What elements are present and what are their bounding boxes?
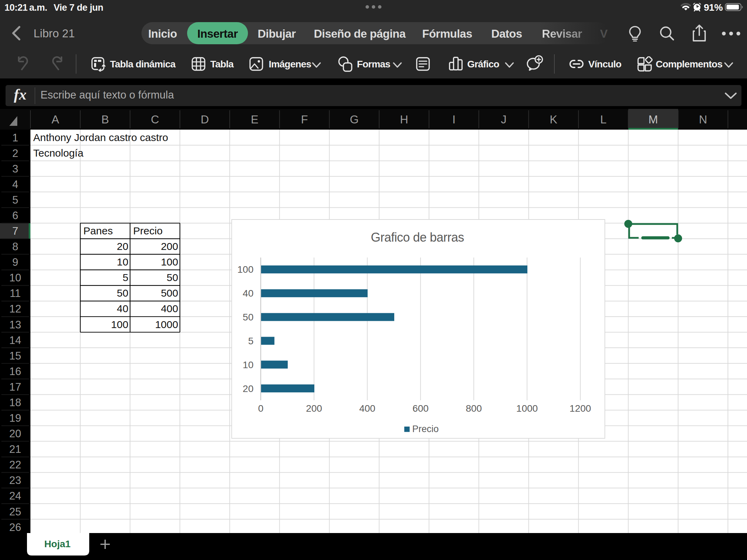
svg-text:20: 20 — [117, 241, 128, 252]
svg-text:1200: 1200 — [570, 403, 591, 414]
svg-text:C: C — [151, 113, 159, 126]
svg-text:26: 26 — [9, 521, 21, 533]
svg-text:25: 25 — [9, 506, 21, 518]
svg-text:200: 200 — [306, 403, 322, 414]
svg-text:4: 4 — [12, 178, 18, 190]
svg-text:50: 50 — [117, 287, 128, 299]
svg-text:I: I — [452, 113, 455, 126]
svg-text:200: 200 — [161, 241, 178, 252]
svg-text:40: 40 — [243, 288, 253, 299]
svg-text:19: 19 — [9, 412, 21, 424]
svg-text:0: 0 — [258, 403, 264, 414]
svg-text:100: 100 — [161, 256, 178, 268]
svg-text:12: 12 — [9, 303, 21, 315]
svg-text:N: N — [699, 113, 707, 126]
svg-text:21: 21 — [9, 443, 21, 455]
svg-text:11: 11 — [10, 287, 21, 299]
svg-text:1: 1 — [12, 132, 18, 144]
svg-text:7: 7 — [12, 225, 18, 237]
svg-text:600: 600 — [413, 403, 429, 414]
svg-text:50: 50 — [167, 272, 178, 283]
svg-text:5: 5 — [248, 336, 253, 346]
svg-text:2: 2 — [12, 147, 18, 159]
svg-text:10: 10 — [243, 360, 253, 370]
svg-text:Grafico de barras: Grafico de barras — [371, 230, 464, 244]
svg-text:23: 23 — [9, 474, 21, 486]
svg-text:E: E — [251, 113, 258, 126]
svg-text:D: D — [201, 113, 209, 126]
svg-text:3: 3 — [12, 163, 18, 175]
svg-text:6: 6 — [12, 209, 18, 222]
svg-text:J: J — [501, 113, 507, 126]
svg-text:17: 17 — [9, 381, 21, 393]
svg-text:13: 13 — [9, 319, 21, 331]
svg-text:14: 14 — [9, 334, 21, 346]
svg-text:1000: 1000 — [155, 319, 178, 330]
svg-text:Precio: Precio — [412, 424, 439, 434]
svg-text:10: 10 — [117, 256, 128, 268]
svg-text:L: L — [600, 113, 607, 126]
svg-text:H: H — [400, 113, 408, 126]
svg-text:100: 100 — [111, 319, 128, 330]
svg-text:Tecnología: Tecnología — [33, 147, 83, 159]
svg-text:G: G — [350, 113, 359, 126]
svg-text:20: 20 — [243, 383, 253, 394]
svg-text:Hoja1: Hoja1 — [44, 539, 71, 549]
svg-text:500: 500 — [161, 287, 178, 299]
svg-text:15: 15 — [9, 350, 21, 362]
svg-text:Anthony Jordan castro castro: Anthony Jordan castro castro — [33, 132, 168, 143]
svg-text:K: K — [550, 113, 557, 126]
svg-text:50: 50 — [243, 312, 253, 323]
svg-text:22: 22 — [9, 459, 21, 471]
svg-text:16: 16 — [9, 365, 21, 377]
svg-text:40: 40 — [117, 303, 128, 314]
svg-text:M: M — [648, 113, 658, 126]
svg-text:24: 24 — [9, 490, 21, 502]
svg-text:100: 100 — [237, 264, 253, 275]
svg-text:A: A — [52, 113, 59, 126]
svg-text:400: 400 — [161, 303, 178, 314]
svg-text:20: 20 — [9, 428, 21, 440]
svg-text:Panes: Panes — [83, 225, 113, 236]
svg-text:10: 10 — [9, 272, 21, 284]
svg-text:18: 18 — [9, 396, 21, 409]
svg-text:Precio: Precio — [133, 225, 163, 236]
svg-text:800: 800 — [466, 403, 482, 414]
svg-text:F: F — [301, 113, 308, 126]
svg-text:1000: 1000 — [516, 403, 538, 414]
svg-text:400: 400 — [359, 403, 376, 414]
svg-text:9: 9 — [12, 256, 18, 268]
svg-text:B: B — [101, 113, 109, 126]
svg-text:5: 5 — [12, 194, 18, 206]
svg-text:8: 8 — [12, 241, 18, 253]
svg-text:5: 5 — [122, 272, 128, 283]
